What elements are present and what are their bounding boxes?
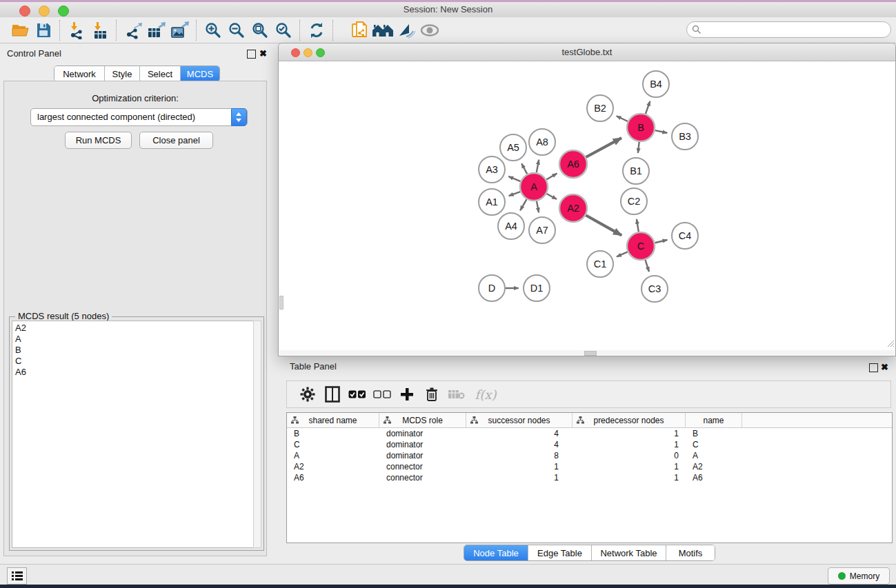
zoom-fit-icon[interactable]: [248, 20, 272, 41]
tab-network-table[interactable]: Network Table: [592, 545, 666, 560]
save-icon[interactable]: [32, 20, 55, 41]
toolbar-separator: [196, 20, 197, 41]
edge-C-C2[interactable]: [637, 219, 639, 232]
memory-button[interactable]: Memory: [828, 567, 890, 585]
edge-B-B2[interactable]: [617, 116, 628, 121]
tab-motifs[interactable]: Motifs: [666, 545, 715, 560]
tab-network[interactable]: Network: [54, 66, 105, 81]
table-cell: B: [287, 429, 379, 438]
network-vscroll-thumb[interactable]: [279, 296, 283, 310]
task-history-button[interactable]: [7, 567, 27, 585]
show-graphics-details-icon[interactable]: [418, 20, 441, 41]
edge-A-A4[interactable]: [520, 199, 526, 210]
control-panel-close-icon[interactable]: ✖: [259, 48, 267, 59]
resize-grip-icon[interactable]: [885, 338, 895, 350]
open-folder-icon[interactable]: [8, 20, 32, 41]
table-cell: 4: [466, 440, 573, 449]
node-label-C2: C2: [628, 196, 641, 207]
gear-icon[interactable]: [295, 383, 320, 405]
toolbar-separator: [332, 20, 334, 41]
import-table-icon[interactable]: [88, 20, 112, 41]
edge-A-A8[interactable]: [537, 160, 539, 173]
node-label-A6: A6: [567, 159, 579, 170]
column-header-MCDS-role[interactable]: MCDS role: [379, 413, 466, 427]
edge-B-B3[interactable]: [655, 130, 668, 133]
mcds-result-item[interactable]: C: [12, 356, 253, 367]
table-cell: A: [287, 451, 379, 460]
edge-C-C3[interactable]: [645, 260, 648, 272]
column-header-shared-name[interactable]: shared name: [287, 413, 379, 427]
table-panel-float-icon[interactable]: [869, 363, 878, 372]
network-window-titlebar[interactable]: testGlobe.txt: [279, 43, 895, 61]
edge-A-A2[interactable]: [546, 194, 557, 199]
node-label-C1: C1: [594, 258, 607, 270]
mcds-result-box: MCDS result (5 nodes) A2ABCA6: [9, 316, 264, 551]
edge-A-A6[interactable]: [546, 174, 557, 180]
export-image-icon[interactable]: [168, 20, 192, 41]
edge-C-C4[interactable]: [655, 240, 667, 243]
zoom-in-icon[interactable]: [201, 20, 225, 41]
table-row[interactable]: A2connector11A2: [287, 461, 892, 472]
node-label-B3: B3: [679, 131, 691, 142]
table-cell: A6: [287, 473, 379, 483]
hide-graphics-details-icon[interactable]: [395, 20, 418, 41]
mcds-result-scrollbar[interactable]: [253, 321, 261, 548]
edge-C-C1[interactable]: [617, 252, 628, 256]
run-mcds-button[interactable]: Run MCDS: [65, 132, 132, 149]
list-icon: [12, 571, 23, 581]
refresh-icon[interactable]: [305, 20, 328, 41]
new-session-icon[interactable]: [348, 20, 371, 41]
table-panel-close-icon[interactable]: ✖: [881, 362, 888, 372]
network-canvas[interactable]: B4B2BB3A5A8A6A3B1AA1C2A2A4A7C4CC1C3DD1: [279, 61, 895, 350]
table-row[interactable]: Adominator80A: [287, 450, 892, 461]
edge-A-A5[interactable]: [521, 163, 527, 174]
tab-node-table[interactable]: Node Table: [464, 545, 528, 560]
mcds-result-item[interactable]: A: [12, 334, 253, 345]
criterion-dropdown[interactable]: largest connected component (directed): [30, 108, 248, 126]
column-header-predecessor-nodes[interactable]: predecessor nodes: [573, 413, 686, 427]
dropdown-stepper-icon[interactable]: [231, 108, 247, 126]
export-table-icon[interactable]: [145, 20, 168, 41]
edge-A2-C[interactable]: [586, 215, 621, 235]
window-titlebar: Session: New Session: [0, 2, 896, 18]
mcds-result-item[interactable]: A2: [12, 323, 253, 334]
tab-edge-table[interactable]: Edge Table: [528, 545, 592, 560]
column-header-successor-nodes[interactable]: successor nodes: [466, 413, 573, 427]
edge-B-B1[interactable]: [638, 142, 639, 153]
home-icon[interactable]: [371, 20, 395, 41]
network-hscroll: [279, 350, 895, 355]
columns-icon[interactable]: [320, 383, 345, 405]
control-panel-float-icon[interactable]: [247, 50, 256, 59]
table-row[interactable]: Bdominator41B: [287, 428, 892, 439]
memory-label: Memory: [850, 571, 879, 581]
tab-mcds[interactable]: MCDS: [181, 66, 219, 81]
delete-column-icon[interactable]: [419, 383, 444, 405]
select-all-icon[interactable]: [345, 383, 370, 405]
edge-A-A7[interactable]: [537, 201, 539, 213]
edge-A-A1[interactable]: [509, 192, 521, 196]
node-table: shared nameMCDS rolesuccessor nodesprede…: [286, 412, 893, 543]
edge-A6-B[interactable]: [586, 138, 621, 157]
close-panel-button[interactable]: Close panel: [139, 132, 213, 149]
mcds-result-item[interactable]: B: [12, 345, 253, 356]
node-label-A5: A5: [507, 142, 519, 153]
add-column-icon[interactable]: [395, 383, 419, 405]
mcds-result-item[interactable]: A6: [12, 367, 253, 378]
edge-B-B4[interactable]: [646, 101, 650, 114]
search-input[interactable]: [704, 23, 886, 37]
zoom-selected-icon[interactable]: [272, 20, 295, 41]
edge-A-A3[interactable]: [508, 176, 520, 181]
table-row[interactable]: A6connector11A6: [287, 472, 892, 483]
column-header-name[interactable]: name: [686, 413, 742, 427]
export-network-icon[interactable]: [121, 20, 145, 41]
table-cell: 1: [466, 462, 573, 472]
zoom-out-icon[interactable]: [225, 20, 248, 41]
tab-select[interactable]: Select: [140, 66, 181, 81]
network-hscroll-thumb[interactable]: [584, 351, 597, 356]
table-row[interactable]: Cdominator41C: [287, 439, 892, 450]
tab-style[interactable]: Style: [105, 66, 140, 81]
optimization-criterion-label: Optimization criterion:: [4, 93, 266, 103]
import-network-icon[interactable]: [65, 20, 88, 41]
delete-table-icon: [444, 383, 469, 405]
unselect-all-icon[interactable]: [370, 383, 395, 405]
